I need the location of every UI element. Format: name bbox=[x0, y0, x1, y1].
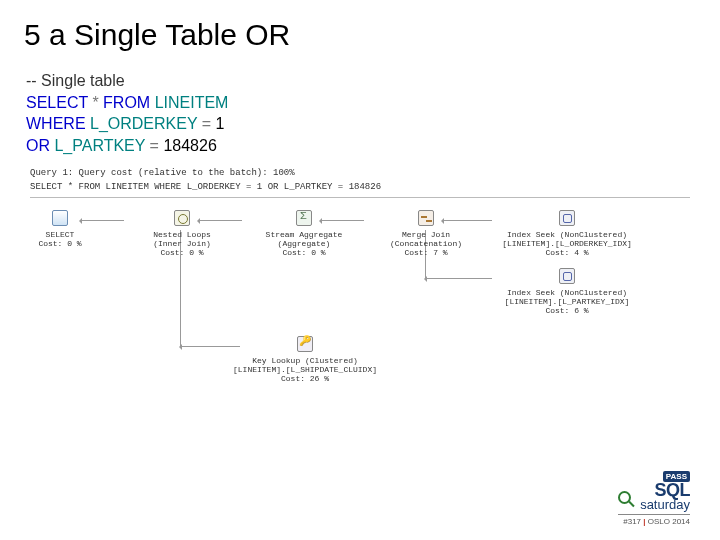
sql-col2: L_PARTKEY bbox=[50, 137, 150, 154]
sql-val2: 184826 bbox=[159, 137, 217, 154]
plan-node-index-seek-1: Index Seek (NonClustered) [LINEITEM].[L_… bbox=[492, 208, 642, 258]
plan-node-key-lookup: Key Lookup (Clustered) [LINEITEM].[L_SHI… bbox=[220, 334, 390, 384]
plan-header-cost: Query 1: Query cost (relative to the bat… bbox=[30, 168, 690, 179]
plan-label: Index Seek (NonClustered) [LINEITEM].[L_… bbox=[502, 230, 632, 258]
plan-divider bbox=[30, 197, 690, 198]
merge-join-icon bbox=[418, 210, 434, 226]
plan-header-query: SELECT * FROM LINEITEM WHERE L_ORDERKEY … bbox=[30, 182, 690, 193]
sql-block: -- Single table SELECT * FROM LINEITEM W… bbox=[26, 70, 690, 156]
logo-subtitle: #317 | OSLO 2014 bbox=[618, 514, 690, 526]
event-number: #317 bbox=[623, 517, 641, 526]
plan-label: Stream Aggregate (Aggregate) Cost: 0 % bbox=[266, 230, 343, 258]
plan-node-stream-aggregate: Stream Aggregate (Aggregate) Cost: 0 % bbox=[244, 208, 364, 258]
sql-col1: L_ORDERKEY bbox=[86, 115, 202, 132]
sql-kw-select: SELECT bbox=[26, 94, 88, 111]
event-location: OSLO 2014 bbox=[648, 517, 690, 526]
sql-kw-from: FROM bbox=[103, 94, 150, 111]
plan-label: Merge Join (Concatenation) Cost: 7 % bbox=[390, 230, 462, 258]
magnifier-icon bbox=[618, 491, 638, 511]
plan-label: Index Seek (NonClustered) [LINEITEM].[L_… bbox=[505, 288, 630, 316]
plan-label: Key Lookup (Clustered) [LINEITEM].[L_SHI… bbox=[233, 356, 377, 384]
plan-node-select: SELECT Cost: 0 % bbox=[0, 208, 120, 248]
plan-diagram: SELECT Cost: 0 % Nested Loops (Inner Joi… bbox=[30, 206, 690, 406]
plan-node-index-seek-2: Index Seek (NonClustered) [LINEITEM].[L_… bbox=[492, 266, 642, 316]
plan-label: SELECT Cost: 0 % bbox=[38, 230, 81, 248]
index-seek-icon bbox=[559, 268, 575, 284]
footer-logo: PASS SQL saturday #317 | OSLO 2014 bbox=[618, 465, 690, 526]
logo-saturday-text: saturday bbox=[640, 499, 690, 511]
execution-plan: Query 1: Query cost (relative to the bat… bbox=[30, 168, 690, 406]
plan-label: Nested Loops (Inner Join) Cost: 0 % bbox=[153, 230, 211, 258]
sql-comment: -- Single table bbox=[26, 72, 125, 89]
key-lookup-icon bbox=[297, 336, 313, 352]
sql-val1: 1 bbox=[211, 115, 224, 132]
sql-eq1: = bbox=[202, 115, 211, 132]
sql-eq2: = bbox=[150, 137, 159, 154]
sql-kw-or: OR bbox=[26, 137, 50, 154]
sql-kw-where: WHERE bbox=[26, 115, 86, 132]
plan-node-merge-join: Merge Join (Concatenation) Cost: 7 % bbox=[366, 208, 486, 258]
sql-star: * bbox=[88, 94, 103, 111]
plan-arrow bbox=[425, 278, 492, 279]
aggregate-icon bbox=[296, 210, 312, 226]
plan-node-nested-loops: Nested Loops (Inner Join) Cost: 0 % bbox=[122, 208, 242, 258]
sql-table: LINEITEM bbox=[150, 94, 228, 111]
nested-loops-icon bbox=[174, 210, 190, 226]
slide-title: 5 a Single Table OR bbox=[24, 18, 690, 52]
index-seek-icon bbox=[559, 210, 575, 226]
select-icon bbox=[52, 210, 68, 226]
